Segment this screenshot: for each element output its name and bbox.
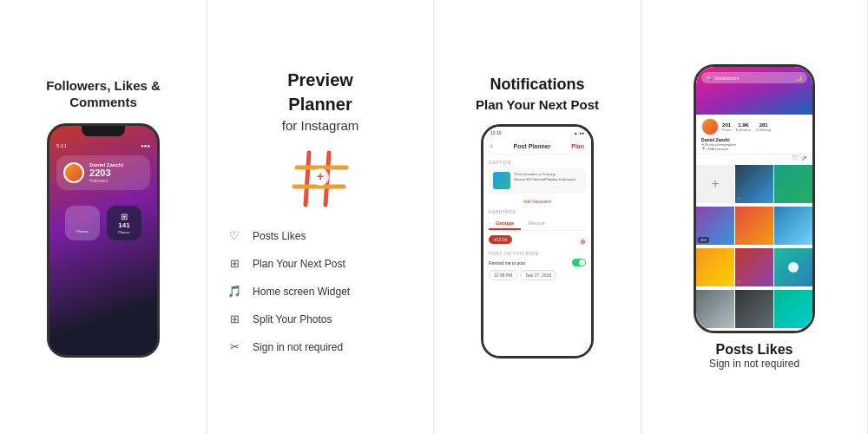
signin-feature-icon: ✂ <box>225 338 244 357</box>
phone-screen-2: 12:10 ▲ ●● ‹ Post Planner Plan CAPTION T… <box>483 127 591 356</box>
followers-label: Followers <box>736 128 751 132</box>
s2-title-instagram: for Instagram <box>282 118 358 133</box>
insta-bio: Daniel Zanchi ✈ Drone photographer 📍 USA… <box>696 137 812 155</box>
widget-feature-icon: 🎵 <box>225 282 244 301</box>
insta-avatar <box>701 118 719 135</box>
insta-profile-row: 201 Posts 1.9K Followers 281 Following <box>696 115 812 137</box>
following-label: Following <box>756 128 771 132</box>
phone-mockup-1: 5:11 ●●● Daniel Zanchi 2203 Followers ♡ … <box>47 123 160 358</box>
s3-subtitle: Plan Your Next Post <box>476 97 599 112</box>
feature-signin-label: Sign in not required <box>253 341 343 353</box>
time-chip-2[interactable]: Sep 27, 2020 <box>520 270 556 280</box>
caption-text: Thermal waters in Tuscany #tbizne #02 #d… <box>514 172 575 189</box>
phone-notch <box>82 126 125 136</box>
heart-overlay-1: ♡ <box>737 196 740 201</box>
widget-count: 141 <box>118 221 129 229</box>
svg-text:+: + <box>317 169 324 183</box>
caption-thumbnail <box>493 172 510 189</box>
insta-stat-posts: 201 Posts <box>722 122 731 132</box>
grid-cell-3: 304 <box>696 207 734 245</box>
apps-row: ♡ Planner ⊞ 141 Planner <box>56 206 150 240</box>
app-label-1: Planner <box>76 229 89 233</box>
feature-item-split: ⊞ Split Your Photos <box>225 310 416 329</box>
remind-row: Remind me to post <box>489 259 586 266</box>
profile-widget: Daniel Zanchi 2203 Followers <box>56 155 150 190</box>
feature-split-label: Split Your Photos <box>253 313 332 326</box>
count-overlay: 304 <box>698 237 709 243</box>
posts-count: 201 <box>722 122 731 128</box>
tab-groups[interactable]: Groups <box>489 218 521 230</box>
moon-icon: 🌙 <box>796 75 802 81</box>
feature-likes-label: Posts Likes <box>253 230 306 242</box>
remind-toggle[interactable] <box>572 259 586 266</box>
caption-label: CAPTION <box>489 160 586 165</box>
time-chip-1[interactable]: 12:08 PM <box>489 270 517 280</box>
phone-mockup-3: 🔍 danielzanchi 🌙 201 Posts 1.9K Follower… <box>694 64 815 333</box>
s2-title-preview: Preview <box>287 69 353 90</box>
follower-label: Followers <box>89 178 143 183</box>
profile-info: Daniel Zanchi 2203 Followers <box>89 162 143 183</box>
insta-header: 🔍 danielzanchi 🌙 <box>696 67 812 115</box>
insta-icons-row: ♡ ↗ <box>696 155 812 165</box>
section-followers: Followers, Likes &Comments 5:11 ●●● Dani… <box>0 0 207 434</box>
status-time: 5:11 <box>56 143 67 148</box>
grid-cell-11 <box>774 290 812 328</box>
split-feature-icon: ⊞ <box>225 310 244 329</box>
grid-cell-4: ♡ <box>735 207 773 245</box>
circle-overlay <box>788 262 799 273</box>
section-posts-likes: 🔍 danielzanchi 🌙 201 Posts 1.9K Follower… <box>641 0 868 434</box>
hashtag-add-icon[interactable]: ⊕ <box>580 238 586 246</box>
avatar-1 <box>63 162 84 183</box>
time-row: 12:08 PM Sep 27, 2020 <box>489 270 586 280</box>
status-bar-2: 12:10 ▲ ●● <box>483 127 591 135</box>
grid-icon: ⊞ <box>121 212 128 221</box>
grid-cell-10 <box>735 290 773 328</box>
heart-feature-icon: ♡ <box>225 227 244 246</box>
phone-screen-1: 5:11 ●●● Daniel Zanchi 2203 Followers ♡ … <box>49 126 157 355</box>
post-time-label: POST ON THIS DATE <box>489 251 586 256</box>
grid-feature-icon: ⊞ <box>225 254 244 273</box>
insta-bio-line2: 📍 USA musician <box>701 147 807 151</box>
grid-cell-6 <box>696 248 734 286</box>
heart-overlay-3: ♡ <box>737 279 740 285</box>
feature-item-widget: 🎵 Home screen Widget <box>225 282 416 301</box>
add-icon: + <box>711 176 719 192</box>
app-header-action: Plan <box>571 143 584 149</box>
followers-count: 1.9K <box>736 122 751 128</box>
add-separator[interactable]: Add Separator <box>489 199 586 204</box>
feature-item-signin: ✂ Sign in not required <box>225 338 416 357</box>
app-header: ‹ Post Planner Plan <box>483 135 591 155</box>
s4-bottom-sub: Sign in not required <box>709 358 799 370</box>
heart-overlay-2: ♡ <box>737 238 740 243</box>
s4-bottom-title: Posts Likes <box>716 342 793 358</box>
insta-search-bar[interactable]: 🔍 danielzanchi 🌙 <box>701 72 807 83</box>
status-icons: ●●● <box>141 143 150 148</box>
grid-cell-7: ♡ <box>735 248 773 286</box>
svg-line-0 <box>306 153 309 205</box>
s3-title: Notifications <box>490 76 585 95</box>
photo-grid: + ♡ 304 ♡ ♡ <box>696 165 812 331</box>
app-icon-1: ♡ Planner <box>65 206 100 240</box>
grid-cell-5 <box>774 207 812 245</box>
grid-cell-1: ♡ <box>735 165 773 203</box>
heart-action-icon: ♡ <box>792 155 798 162</box>
grid-add-cell[interactable]: + <box>696 165 734 203</box>
section-preview-planner: Preview Planner for Instagram + ♡ Posts … <box>207 0 434 434</box>
remind-label: Remind me to post <box>489 260 525 266</box>
phone-mockup-2: 12:10 ▲ ●● ‹ Post Planner Plan CAPTION T… <box>481 124 594 358</box>
section-notifications: Notifications Plan Your Next Post 12:10 … <box>434 0 641 434</box>
app-label-2: Planner <box>118 230 130 234</box>
feature-item-likes: ♡ Posts Likes <box>225 227 416 246</box>
s2-title-planner: Planner <box>288 94 352 115</box>
heart-icon: ♡ <box>76 212 89 228</box>
hashtag-tabs: Groups Recent <box>489 218 586 231</box>
grid-cell-2 <box>774 165 812 203</box>
app-content: CAPTION Thermal waters in Tuscany #tbizn… <box>483 155 591 356</box>
status-bar-1: 5:11 ●●● <box>56 141 150 148</box>
app-header-title: Post Planner <box>493 143 572 149</box>
hashtags-label: HASHTAGS <box>489 209 586 214</box>
search-icon: 🔍 <box>707 76 712 81</box>
feature-plan-label: Plan Your Next Post <box>253 258 345 270</box>
tab-recent[interactable]: Recent <box>521 218 551 230</box>
follower-count: 2203 <box>89 168 143 178</box>
